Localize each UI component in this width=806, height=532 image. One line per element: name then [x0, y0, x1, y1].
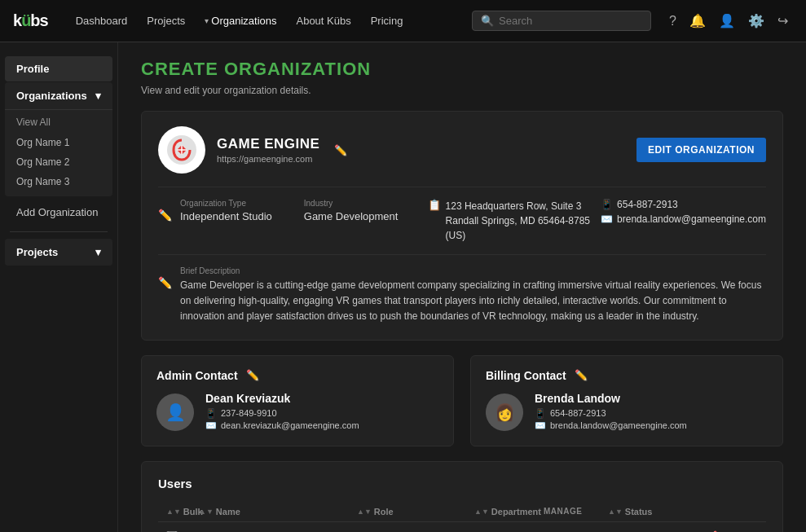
address-icon: 📋 [428, 199, 441, 211]
nav-projects[interactable]: Projects [139, 10, 193, 32]
sidebar-item-profile[interactable]: Profile [5, 56, 112, 81]
main-layout: Profile Organizations ▾ View All Org Nam… [0, 42, 806, 532]
org-name-edit-icon[interactable]: ✏️ [334, 144, 347, 156]
billing-contact-card: Billing Contact ✏️ 👩 Brenda Landow 📱 654… [470, 355, 783, 446]
org-desc-block: Brief Description Game Developer is a cu… [180, 266, 766, 325]
th-department: ▲▼ Department MANAGE [474, 507, 605, 517]
help-icon[interactable]: ? [664, 9, 681, 33]
org-industry-value: Game Development [304, 210, 428, 222]
edit-row-1-button[interactable]: ✏️ [709, 529, 729, 532]
org-desc-text: Game Developer is a cutting-edge game de… [180, 278, 766, 325]
billing-contact-title: Billing Contact [486, 369, 566, 382]
org-logo [158, 126, 205, 174]
admin-contact-header: Admin Contact ✏️ [156, 369, 438, 382]
billing-email-icon: ✉️ [535, 420, 546, 431]
sidebar-orgs-header[interactable]: Organizations ▾ [5, 84, 112, 108]
nav-dashboard[interactable]: Dashboard [68, 10, 136, 32]
page-subtitle: View and edit your organization details. [141, 85, 783, 96]
org-logo-icon [165, 134, 198, 166]
org-fields: Organization Type Independent Studio Ind… [180, 199, 766, 243]
nav-pricing[interactable]: Pricing [363, 10, 412, 32]
edit-org-button[interactable]: EDIT ORGANIZATION [636, 138, 766, 162]
billing-contact-header: Billing Contact ✏️ [486, 369, 768, 382]
delete-row-1-button[interactable]: ✕ [733, 529, 749, 532]
users-title: Users [158, 477, 766, 490]
org-header-left: GAME ENGINE https://gameengine.com ✏️ [158, 126, 347, 174]
sidebar-org-3[interactable]: Org Name 3 [5, 172, 112, 191]
admin-phone-icon: 📱 [205, 408, 217, 419]
org-contact-block: 📱 654-887-2913 ✉️ brenda.landow@gameengi… [601, 199, 766, 243]
search-bar[interactable]: 🔍 [472, 11, 651, 31]
sidebar: Profile Organizations ▾ View All Org Nam… [0, 42, 118, 532]
billing-contact-info: Brenda Landow 📱 654-887-2913 ✉️ brenda.l… [535, 392, 768, 433]
org-email: brenda.landow@gameengine.com [617, 213, 766, 225]
projects-chevron-icon: ▾ [95, 246, 101, 258]
org-type-label: Organization Type [180, 199, 304, 208]
nav-icons: ? 🔔 👤 ⚙️ ↪ [664, 8, 793, 33]
admin-contact-card: Admin Contact ✏️ 👤 Dean Kreviazuk 📱 237-… [141, 355, 454, 446]
org-card: GAME ENGINE https://gameengine.com ✏️ ED… [141, 111, 783, 341]
sidebar-projects-dropdown: Projects ▾ [5, 239, 112, 266]
admin-contact-phone: 📱 237-849-9910 [205, 408, 438, 419]
logout-icon[interactable]: ↪ [773, 8, 793, 33]
logo-text: kübs [13, 11, 48, 30]
sidebar-projects-header[interactable]: Projects ▾ [5, 240, 112, 264]
role-sort-icon: ▲▼ [357, 508, 372, 516]
admin-contact-name: Dean Kreviazuk [205, 392, 438, 405]
billing-phone-icon: 📱 [535, 408, 546, 419]
email-icon: ✉️ [601, 213, 613, 225]
topnav: kübs Dashboard Projects ▾ Organizations … [0, 0, 806, 42]
org-industry-label: Industry [304, 199, 428, 208]
sidebar-add-org[interactable]: Add Organization [5, 200, 112, 225]
admin-contact-edit-button[interactable]: ✏️ [246, 369, 259, 381]
nav-links: Dashboard Projects ▾ Organizations About… [68, 10, 465, 32]
org-email-line: ✉️ brenda.landow@gameengine.com [601, 213, 766, 225]
th-manage: MANAGE [544, 507, 582, 516]
org-desc-label: Brief Description [180, 266, 766, 275]
org-phone: 654-887-2913 [617, 199, 678, 210]
name-sort-icon: ▲▼ [199, 508, 214, 516]
org-details-edit-icon[interactable]: ✏️ [158, 209, 172, 222]
admin-contact-info: Dean Kreviazuk 📱 237-849-9910 ✉️ dean.kr… [205, 392, 438, 433]
admin-contact-title: Admin Contact [156, 369, 238, 382]
org-industry-field: Industry Game Development [304, 199, 428, 243]
th-bulk: ▲▼ Bulk [166, 507, 196, 517]
billing-contact-body: 👩 Brenda Landow 📱 654-887-2913 ✉️ brenda… [486, 392, 768, 433]
search-input[interactable] [499, 15, 642, 27]
admin-contact-email: ✉️ dean.kreviazuk@gameengine.com [205, 420, 438, 431]
bell-icon[interactable]: 🔔 [685, 8, 711, 33]
org-url: https://gameengine.com [217, 154, 319, 164]
th-name: ▲▼ Name [199, 507, 354, 517]
admin-avatar-image: 👤 [156, 394, 194, 431]
dept-sort-icon: ▲▼ [474, 508, 489, 516]
nav-organizations[interactable]: ▾ Organizations [196, 10, 284, 32]
main-content: CREATE ORGANIZATION View and edit your o… [118, 42, 806, 532]
org-header: GAME ENGINE https://gameengine.com ✏️ ED… [158, 126, 766, 174]
sidebar-org-1[interactable]: Org Name 1 [5, 133, 112, 152]
billing-contact-edit-button[interactable]: ✏️ [575, 369, 588, 381]
user-icon[interactable]: 👤 [714, 8, 740, 33]
logo: kübs [13, 11, 48, 30]
nav-about[interactable]: About Kübs [288, 10, 359, 32]
org-name-block: GAME ENGINE https://gameengine.com [217, 136, 319, 164]
org-address-block: 📋 123 Headquarters Row, Suite 3Randall S… [428, 199, 601, 243]
gear-icon[interactable]: ⚙️ [743, 8, 769, 33]
table-row: Van Allensborough, Christopher ▾ Adminis… [158, 522, 766, 532]
sidebar-view-all[interactable]: View All [5, 112, 112, 133]
th-role: ▲▼ Role [357, 507, 471, 517]
org-type-value: Independent Studio [180, 210, 304, 222]
phone-icon: 📱 [601, 199, 613, 210]
bulk-sort-icon: ▲▼ [166, 508, 181, 516]
billing-avatar-image: 👩 [486, 394, 523, 431]
org-name: GAME ENGINE [217, 136, 319, 152]
org-type-field: Organization Type Independent Studio [180, 199, 304, 243]
contacts-row: Admin Contact ✏️ 👤 Dean Kreviazuk 📱 237-… [141, 355, 783, 446]
sidebar-orgs-dropdown: Organizations ▾ View All Org Name 1 Org … [5, 82, 112, 196]
org-desc-row: ✏️ Brief Description Game Developer is a… [158, 254, 766, 325]
org-desc-edit-icon[interactable]: ✏️ [158, 276, 172, 289]
sidebar-org-2[interactable]: Org Name 2 [5, 152, 112, 172]
td-actions-1: ✏️ ✕ [709, 529, 758, 532]
billing-avatar: 👩 [486, 394, 523, 431]
org-address: 123 Headquarters Row, Suite 3Randall Spr… [446, 199, 590, 243]
users-section: Users ▲▼ Bulk ▲▼ Name ▲▼ Role ▲▼ Departm… [141, 461, 783, 532]
